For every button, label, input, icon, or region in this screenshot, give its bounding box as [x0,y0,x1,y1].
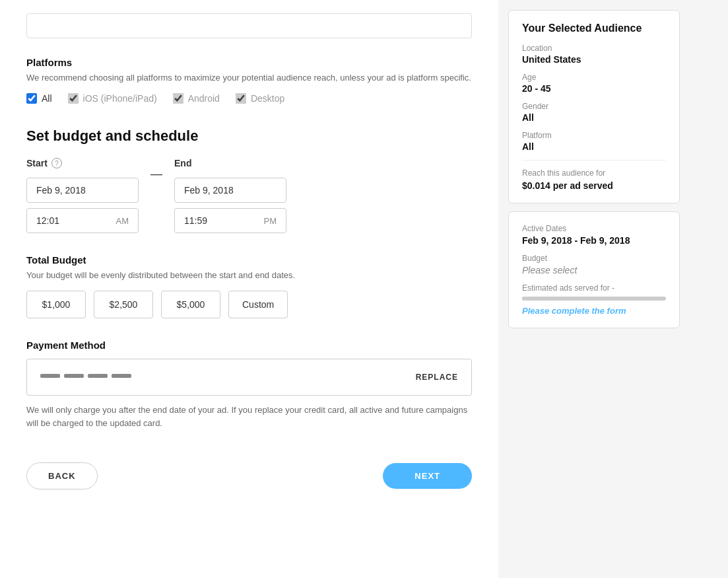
platform-desktop-label: Desktop [251,93,284,104]
audience-location-field: Location United States [522,44,666,65]
progress-bar-bg [522,297,666,301]
start-date-input[interactable] [26,178,139,203]
start-time-input[interactable]: 12:01 AM [26,208,139,233]
start-time-value: 12:01 [36,215,59,226]
gender-value: All [522,112,666,123]
payment-card-row: REPLACE [26,359,472,396]
budget-option-1000[interactable]: $1,000 [26,291,86,318]
budget-options-row: $1,000 $2,500 $5,000 Custom [26,291,472,318]
location-value: United States [522,54,666,65]
platform-all[interactable]: All [26,93,52,104]
payment-title: Payment Method [26,340,472,351]
platforms-title: Platforms [26,57,472,68]
start-label: Start [26,158,48,168]
sidebar: Your Selected Audience Location United S… [498,0,690,578]
reach-value: $0.014 per ad served [522,180,666,191]
card-mask-svg [40,369,185,383]
location-label: Location [522,44,666,53]
platform-desktop-checkbox[interactable] [236,93,246,104]
platform-ios-label: iOS (iPhone/iPad) [83,93,157,104]
platform-ios[interactable]: iOS (iPhone/iPad) [68,93,157,104]
total-budget-title: Total Budget [26,254,472,266]
main-content: Platforms We recommend choosing all plat… [0,0,498,578]
audience-age-field: Age 20 - 45 [522,73,666,94]
svg-rect-3 [112,374,131,378]
audience-divider [522,160,666,161]
end-time-value: 11:59 [184,215,207,226]
svg-rect-0 [40,374,60,378]
budget-schedule-title: Set budget and schedule [26,127,472,145]
budget-option-custom[interactable]: Custom [228,291,288,318]
end-date-group: End 11:59 PM [174,158,286,233]
budget-sidebar-value: Please select [522,265,666,275]
budget-option-5000[interactable]: $5,000 [161,291,220,318]
top-bar-placeholder [26,13,472,38]
platform-ios-checkbox[interactable] [68,93,79,104]
start-ampm: AM [116,216,129,226]
estimated-label: Estimated ads served for - [522,283,666,293]
dates-container: Start ? 12:01 AM — End 11:59 PM [26,158,472,233]
complete-form-text: Please complete the form [522,306,666,316]
end-ampm: PM [264,216,277,226]
card-number-mask [40,369,185,386]
platform-android-checkbox[interactable] [173,93,183,104]
back-button[interactable]: BACK [26,462,98,489]
replace-button[interactable]: REPLACE [416,373,458,382]
total-budget-desc: Your budget will be evenly distributed b… [26,270,472,281]
platform-android[interactable]: Android [173,93,220,104]
audience-platform-field: Platform All [522,131,666,152]
start-help-icon[interactable]: ? [51,158,62,168]
end-label: End [174,158,191,168]
gender-label: Gender [522,102,666,111]
audience-gender-field: Gender All [522,102,666,123]
next-button[interactable]: NEXT [383,463,472,489]
platform-android-label: Android [188,93,220,104]
progress-bar-fill [522,297,609,301]
end-time-input[interactable]: 11:59 PM [174,208,286,233]
payment-section: Payment Method REPLACE We will only char… [26,340,472,429]
audience-card-title: Your Selected Audience [522,22,666,34]
platform-all-label: All [42,93,52,104]
total-budget-section: Total Budget Your budget will be evenly … [26,254,472,318]
reach-label: Reach this audience for [522,168,666,178]
age-value: 20 - 45 [522,83,666,94]
budget-schedule-section: Set budget and schedule Start ? 12:01 AM… [26,127,472,233]
payment-description: We will only charge you after the end da… [26,404,472,429]
platforms-description: We recommend choosing all platforms to m… [26,72,472,84]
platforms-section: Platforms We recommend choosing all plat… [26,57,472,104]
schedule-card: Active Dates Feb 9, 2018 - Feb 9, 2018 B… [508,211,680,328]
date-separator: — [150,167,162,181]
budget-option-2500[interactable]: $2,500 [94,291,153,318]
budget-sidebar-label: Budget [522,254,666,263]
bottom-buttons: BACK NEXT [26,462,472,489]
active-dates-value: Feb 9, 2018 - Feb 9, 2018 [522,235,666,246]
audience-card: Your Selected Audience Location United S… [508,10,680,203]
platform-value: All [522,141,666,152]
platforms-checkboxes: All iOS (iPhone/iPad) Android Desktop [26,93,472,104]
platform-all-checkbox[interactable] [26,93,37,104]
start-date-group: Start ? 12:01 AM [26,158,139,233]
svg-rect-2 [88,374,108,378]
svg-rect-1 [64,374,84,378]
active-dates-label: Active Dates [522,224,666,233]
end-date-input[interactable] [174,178,286,203]
age-label: Age [522,73,666,82]
platform-desktop[interactable]: Desktop [236,93,284,104]
platform-label: Platform [522,131,666,140]
